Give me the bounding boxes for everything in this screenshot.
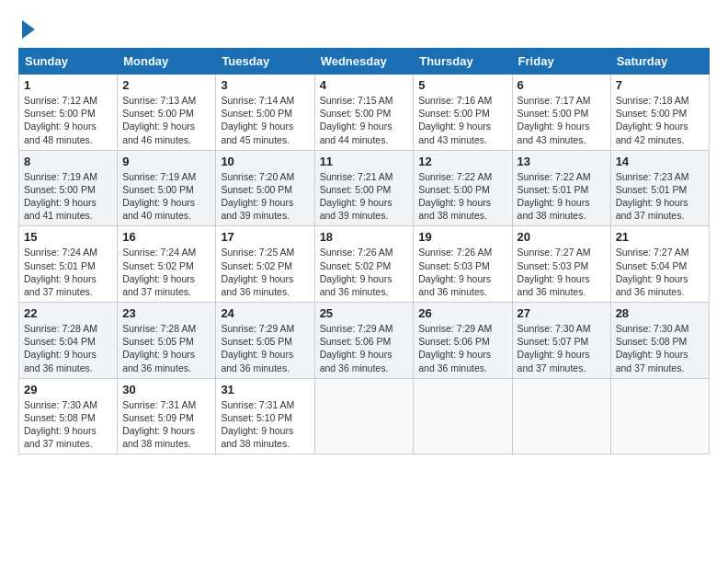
- calendar-cell: 21Sunrise: 7:27 AM Sunset: 5:04 PM Dayli…: [610, 226, 709, 303]
- page-header: [18, 18, 710, 39]
- day-info: Sunrise: 7:19 AM Sunset: 5:00 PM Dayligh…: [24, 170, 112, 223]
- calendar-week-4: 22Sunrise: 7:28 AM Sunset: 5:04 PM Dayli…: [19, 303, 710, 379]
- day-number: 15: [24, 230, 112, 244]
- day-number: 13: [518, 155, 606, 168]
- calendar-cell: 14Sunrise: 7:23 AM Sunset: 5:01 PM Dayli…: [610, 150, 709, 226]
- day-number: 9: [122, 155, 210, 168]
- day-info: Sunrise: 7:19 AM Sunset: 5:00 PM Dayligh…: [122, 170, 210, 223]
- calendar-cell: 31Sunrise: 7:31 AM Sunset: 5:10 PM Dayli…: [216, 378, 314, 454]
- day-number: 18: [320, 230, 409, 244]
- day-info: Sunrise: 7:24 AM Sunset: 5:02 PM Dayligh…: [122, 246, 210, 298]
- header-day-wednesday: Wednesday: [314, 49, 414, 75]
- day-number: 26: [418, 306, 506, 320]
- calendar-cell: 1Sunrise: 7:12 AM Sunset: 5:00 PM Daylig…: [19, 75, 118, 151]
- day-info: Sunrise: 7:13 AM Sunset: 5:00 PM Dayligh…: [122, 94, 210, 146]
- calendar-cell: [610, 378, 709, 454]
- day-number: 22: [24, 306, 112, 320]
- day-info: Sunrise: 7:16 AM Sunset: 5:00 PM Dayligh…: [418, 94, 506, 146]
- day-info: Sunrise: 7:22 AM Sunset: 5:01 PM Dayligh…: [518, 170, 606, 223]
- calendar-cell: 30Sunrise: 7:31 AM Sunset: 5:09 PM Dayli…: [118, 378, 216, 454]
- calendar-week-1: 1Sunrise: 7:12 AM Sunset: 5:00 PM Daylig…: [19, 75, 710, 151]
- day-info: Sunrise: 7:17 AM Sunset: 5:00 PM Dayligh…: [518, 94, 606, 146]
- day-info: Sunrise: 7:27 AM Sunset: 5:03 PM Dayligh…: [518, 246, 606, 298]
- calendar-cell: 5Sunrise: 7:16 AM Sunset: 5:00 PM Daylig…: [414, 75, 512, 151]
- calendar-week-2: 8Sunrise: 7:19 AM Sunset: 5:00 PM Daylig…: [19, 150, 710, 226]
- day-number: 6: [518, 78, 606, 92]
- day-number: 2: [122, 78, 210, 92]
- day-info: Sunrise: 7:28 AM Sunset: 5:04 PM Dayligh…: [24, 322, 112, 374]
- calendar-cell: 7Sunrise: 7:18 AM Sunset: 5:00 PM Daylig…: [610, 75, 709, 151]
- day-number: 21: [616, 230, 704, 244]
- calendar-cell: 17Sunrise: 7:25 AM Sunset: 5:02 PM Dayli…: [216, 226, 314, 303]
- calendar-cell: 16Sunrise: 7:24 AM Sunset: 5:02 PM Dayli…: [118, 226, 216, 303]
- day-info: Sunrise: 7:15 AM Sunset: 5:00 PM Dayligh…: [320, 94, 409, 146]
- day-info: Sunrise: 7:26 AM Sunset: 5:03 PM Dayligh…: [418, 246, 506, 298]
- day-info: Sunrise: 7:30 AM Sunset: 5:08 PM Dayligh…: [616, 322, 704, 374]
- day-info: Sunrise: 7:21 AM Sunset: 5:00 PM Dayligh…: [320, 170, 409, 223]
- calendar-cell: 29Sunrise: 7:30 AM Sunset: 5:08 PM Dayli…: [19, 378, 118, 454]
- day-info: Sunrise: 7:25 AM Sunset: 5:02 PM Dayligh…: [221, 246, 309, 298]
- header-day-sunday: Sunday: [19, 49, 118, 75]
- header-day-friday: Friday: [512, 49, 610, 75]
- day-info: Sunrise: 7:12 AM Sunset: 5:00 PM Dayligh…: [24, 94, 112, 146]
- calendar-cell: 12Sunrise: 7:22 AM Sunset: 5:00 PM Dayli…: [414, 150, 512, 226]
- calendar-cell: 3Sunrise: 7:14 AM Sunset: 5:00 PM Daylig…: [216, 75, 314, 151]
- calendar-cell: 24Sunrise: 7:29 AM Sunset: 5:05 PM Dayli…: [216, 303, 314, 379]
- calendar-cell: 26Sunrise: 7:29 AM Sunset: 5:06 PM Dayli…: [414, 303, 512, 379]
- day-number: 16: [122, 230, 210, 244]
- logo-arrow-icon: [22, 20, 35, 39]
- day-info: Sunrise: 7:29 AM Sunset: 5:06 PM Dayligh…: [418, 322, 506, 374]
- day-info: Sunrise: 7:27 AM Sunset: 5:04 PM Dayligh…: [616, 246, 704, 298]
- day-number: 1: [24, 78, 112, 92]
- day-info: Sunrise: 7:26 AM Sunset: 5:02 PM Dayligh…: [320, 246, 409, 298]
- calendar-cell: 25Sunrise: 7:29 AM Sunset: 5:06 PM Dayli…: [314, 303, 414, 379]
- calendar-cell: 28Sunrise: 7:30 AM Sunset: 5:08 PM Dayli…: [610, 303, 709, 379]
- calendar-header-row: SundayMondayTuesdayWednesdayThursdayFrid…: [19, 49, 710, 75]
- calendar-cell: 8Sunrise: 7:19 AM Sunset: 5:00 PM Daylig…: [19, 150, 118, 226]
- calendar-cell: 10Sunrise: 7:20 AM Sunset: 5:00 PM Dayli…: [216, 150, 314, 226]
- day-number: 5: [418, 78, 506, 92]
- day-number: 30: [122, 383, 210, 396]
- header-day-monday: Monday: [118, 49, 216, 75]
- calendar-table: SundayMondayTuesdayWednesdayThursdayFrid…: [18, 48, 710, 454]
- day-number: 17: [221, 230, 309, 244]
- calendar-cell: 2Sunrise: 7:13 AM Sunset: 5:00 PM Daylig…: [118, 75, 216, 151]
- calendar-cell: 18Sunrise: 7:26 AM Sunset: 5:02 PM Dayli…: [314, 226, 414, 303]
- day-number: 20: [518, 230, 606, 244]
- logo: [18, 18, 35, 39]
- day-number: 12: [418, 155, 506, 168]
- day-info: Sunrise: 7:30 AM Sunset: 5:07 PM Dayligh…: [518, 322, 606, 374]
- day-info: Sunrise: 7:30 AM Sunset: 5:08 PM Dayligh…: [24, 398, 112, 451]
- header-day-thursday: Thursday: [414, 49, 512, 75]
- day-info: Sunrise: 7:18 AM Sunset: 5:00 PM Dayligh…: [616, 94, 704, 146]
- calendar-cell: 4Sunrise: 7:15 AM Sunset: 5:00 PM Daylig…: [314, 75, 414, 151]
- calendar-cell: [414, 378, 512, 454]
- day-info: Sunrise: 7:31 AM Sunset: 5:09 PM Dayligh…: [122, 398, 210, 451]
- day-info: Sunrise: 7:20 AM Sunset: 5:00 PM Dayligh…: [221, 170, 309, 223]
- day-number: 8: [24, 155, 112, 168]
- day-info: Sunrise: 7:22 AM Sunset: 5:00 PM Dayligh…: [418, 170, 506, 223]
- calendar-cell: 13Sunrise: 7:22 AM Sunset: 5:01 PM Dayli…: [512, 150, 610, 226]
- calendar-week-3: 15Sunrise: 7:24 AM Sunset: 5:01 PM Dayli…: [19, 226, 710, 303]
- day-number: 10: [221, 155, 309, 168]
- day-number: 25: [320, 306, 409, 320]
- day-number: 23: [122, 306, 210, 320]
- calendar-cell: 6Sunrise: 7:17 AM Sunset: 5:00 PM Daylig…: [512, 75, 610, 151]
- calendar-cell: 20Sunrise: 7:27 AM Sunset: 5:03 PM Dayli…: [512, 226, 610, 303]
- day-number: 14: [616, 155, 704, 168]
- calendar-cell: 9Sunrise: 7:19 AM Sunset: 5:00 PM Daylig…: [118, 150, 216, 226]
- calendar-cell: 23Sunrise: 7:28 AM Sunset: 5:05 PM Dayli…: [118, 303, 216, 379]
- day-number: 11: [320, 155, 409, 168]
- day-info: Sunrise: 7:14 AM Sunset: 5:00 PM Dayligh…: [221, 94, 309, 146]
- calendar-cell: [314, 378, 414, 454]
- day-info: Sunrise: 7:29 AM Sunset: 5:05 PM Dayligh…: [221, 322, 309, 374]
- calendar-cell: 15Sunrise: 7:24 AM Sunset: 5:01 PM Dayli…: [19, 226, 118, 303]
- header-day-tuesday: Tuesday: [216, 49, 314, 75]
- day-number: 19: [418, 230, 506, 244]
- calendar-cell: [512, 378, 610, 454]
- day-number: 27: [518, 306, 606, 320]
- day-info: Sunrise: 7:29 AM Sunset: 5:06 PM Dayligh…: [320, 322, 409, 374]
- calendar-week-5: 29Sunrise: 7:30 AM Sunset: 5:08 PM Dayli…: [19, 378, 710, 454]
- day-number: 29: [24, 383, 112, 396]
- day-number: 7: [616, 78, 704, 92]
